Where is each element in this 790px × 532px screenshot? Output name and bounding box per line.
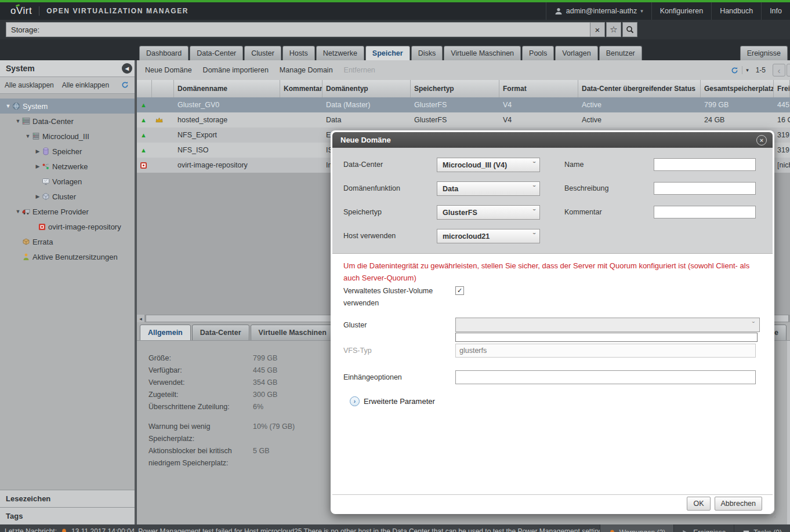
check-icon: ✓	[457, 287, 462, 294]
tab-cluster[interactable]: Cluster	[244, 46, 281, 60]
tab-data-center[interactable]: Data-Center	[190, 46, 243, 60]
col-dc-status[interactable]: Data-Center übergreifender Status	[578, 80, 701, 97]
tree-item-data-center[interactable]: ▼ Data-Center	[0, 114, 135, 129]
detail-tab-allgemein[interactable]: Allgemein	[140, 325, 191, 341]
product-title: OPEN VIRTUALIZATION MANAGER	[46, 7, 189, 15]
status-up-icon: ▲	[140, 116, 147, 123]
tree-item-netzwerke[interactable]: ▶ Netzwerke	[0, 159, 135, 174]
tab-vorlagen[interactable]: Vorlagen	[555, 46, 597, 60]
search-button[interactable]	[622, 22, 637, 37]
scroll-left-button[interactable]: ◂	[137, 315, 144, 322]
menu-handbuch[interactable]: Handbuch	[711, 2, 761, 20]
detail-pane-scrollbar[interactable]	[787, 341, 790, 524]
col-kommentar[interactable]: Kommentar	[280, 80, 322, 97]
scroll-left-icon: ◂	[139, 316, 142, 322]
expand-all-link[interactable]: Alle ausklappen	[5, 81, 54, 89]
tab-dashboard[interactable]: Dashboard	[139, 46, 189, 60]
bookmark-search-button[interactable]: ☆	[606, 22, 621, 37]
tab-ereignisse[interactable]: Ereignisse	[740, 46, 788, 60]
expand-open-icon[interactable]: ▼	[15, 209, 21, 214]
data-center-select[interactable]: Microcloud_III (V4)ˇ	[437, 158, 540, 172]
tree-item-externe-provider[interactable]: ▼ Externe Provider	[0, 204, 135, 219]
tab-disks[interactable]: Disks	[411, 46, 443, 60]
gluster-volume-dropdown-list[interactable]	[455, 333, 758, 342]
new-domain-button[interactable]: Neue Domäne	[142, 64, 195, 76]
table-row[interactable]: ▲ hosted_storage DataGlusterFS V4Active …	[137, 112, 790, 127]
col-domainname[interactable]: Domänenname	[174, 80, 280, 97]
import-domain-button[interactable]: Domäne importieren	[200, 64, 271, 76]
collapse-sidebar-button[interactable]: ◀	[122, 63, 132, 74]
expand-open-icon[interactable]: ▼	[5, 103, 12, 109]
collapse-all-link[interactable]: Alle einklappen	[62, 81, 109, 89]
expand-open-icon[interactable]: ▼	[24, 133, 31, 139]
dialog-title: Neue Domäne	[340, 136, 391, 144]
tab-pools[interactable]: Pools	[522, 46, 554, 60]
refresh-options-caret-icon[interactable]: ▾	[746, 67, 749, 73]
tree-item-speicher[interactable]: ▶ Speicher	[0, 144, 135, 159]
user-menu[interactable]: admin@internal-authz ▾	[546, 2, 651, 20]
detail-tab-data-center[interactable]: Data-Center	[192, 325, 249, 341]
col-freier-speicherplatz[interactable]: Freier Speicherplatz	[774, 80, 790, 97]
table-row[interactable]: ▲ Gluster_GV0 Data (Master)GlusterFS V4A…	[137, 97, 790, 112]
warnings-toggle[interactable]: Warnungen (2)	[600, 524, 674, 532]
tab-virtuelle-maschinen[interactable]: Virtuelle Maschinen	[444, 46, 521, 60]
tree-item-aktive-benutzersitzungen[interactable]: Aktive Benutzersitzungen	[0, 249, 135, 264]
description-label: Beschreibung	[564, 184, 608, 192]
expand-closed-icon[interactable]: ▶	[34, 163, 41, 169]
expand-open-icon[interactable]: ▼	[15, 118, 21, 124]
tab-netzwerke[interactable]: Netzwerke	[316, 46, 364, 60]
globe-icon	[12, 102, 20, 110]
errata-box-icon	[22, 238, 30, 246]
col-format[interactable]: Format	[499, 80, 578, 97]
bookmarks-section-header[interactable]: Lesezeichen	[0, 490, 135, 507]
cluster-icon	[42, 192, 50, 201]
gluster-volume-select[interactable]: ˇ	[455, 318, 760, 332]
use-host-select[interactable]: microcloud21ˇ	[437, 229, 540, 243]
comment-field[interactable]	[654, 206, 756, 218]
tree-item-cluster[interactable]: ▶ Cluster	[0, 189, 135, 204]
col-gesamtspeicherplatz[interactable]: Gesamtspeicherplatz	[701, 80, 774, 97]
tree-refresh-button[interactable]	[121, 81, 129, 89]
description-field[interactable]	[654, 182, 756, 195]
storage-type-select[interactable]: GlusterFSˇ	[437, 205, 540, 220]
tree-item-microcloud-iii[interactable]: ▼ Microcloud_III	[0, 129, 135, 144]
col-flags[interactable]	[152, 80, 174, 97]
search-input[interactable]	[6, 22, 596, 37]
sidebar-splitter[interactable]	[135, 60, 137, 524]
tree-item-errata[interactable]: Errata	[0, 234, 135, 249]
next-page-button[interactable]: ›	[787, 64, 790, 76]
expand-closed-icon[interactable]: ▶	[34, 148, 41, 154]
domain-function-select[interactable]: Dataˇ	[437, 181, 540, 196]
col-domaenentyp[interactable]: Domänentyp	[322, 80, 411, 97]
expand-closed-icon[interactable]: ▶	[34, 194, 41, 199]
tab-benutzer[interactable]: Benutzer	[599, 46, 642, 60]
events-toggle[interactable]: Ereignisse	[673, 524, 734, 532]
search-clear-button[interactable]: ×	[590, 22, 605, 37]
col-speichertyp[interactable]: Speichertyp	[411, 80, 499, 97]
data-center-icon	[32, 132, 40, 140]
tasks-toggle[interactable]: Tasks (0)	[734, 524, 790, 532]
refresh-icon[interactable]	[731, 67, 738, 74]
header-divider	[39, 6, 39, 16]
col-status[interactable]	[137, 80, 152, 97]
advanced-parameters-expander[interactable]: › Erweiterte Parameter	[350, 396, 435, 406]
ok-button[interactable]: OK	[687, 497, 710, 511]
managed-gluster-checkbox[interactable]: ✓	[455, 286, 464, 295]
prev-page-button[interactable]: ‹	[773, 64, 785, 76]
name-field[interactable]	[654, 158, 756, 171]
tree-item-vorlagen[interactable]: Vorlagen	[0, 174, 135, 189]
tree-item-system[interactable]: ▼ System	[0, 99, 135, 114]
storage-icon	[42, 147, 50, 155]
dialog-title-bar[interactable]: Neue Domäne ×	[332, 132, 773, 148]
tab-speicher[interactable]: Speicher	[365, 46, 410, 60]
tree-item-ovirt-image-repository[interactable]: ovirt-image-repository	[0, 219, 135, 234]
detail-tab-virtuelle-maschinen[interactable]: Virtuelle Maschinen	[251, 325, 335, 341]
menu-info[interactable]: Info	[761, 2, 790, 20]
menu-konfigurieren[interactable]: Konfigurieren	[651, 2, 711, 20]
tab-hosts[interactable]: Hosts	[282, 46, 315, 60]
cancel-button[interactable]: Abbrechen	[715, 497, 762, 511]
mount-options-field[interactable]	[455, 370, 756, 384]
manage-domain-button[interactable]: Manage Domain	[277, 64, 336, 76]
tags-section-header[interactable]: Tags	[0, 507, 135, 524]
close-dialog-button[interactable]: ×	[756, 135, 767, 145]
